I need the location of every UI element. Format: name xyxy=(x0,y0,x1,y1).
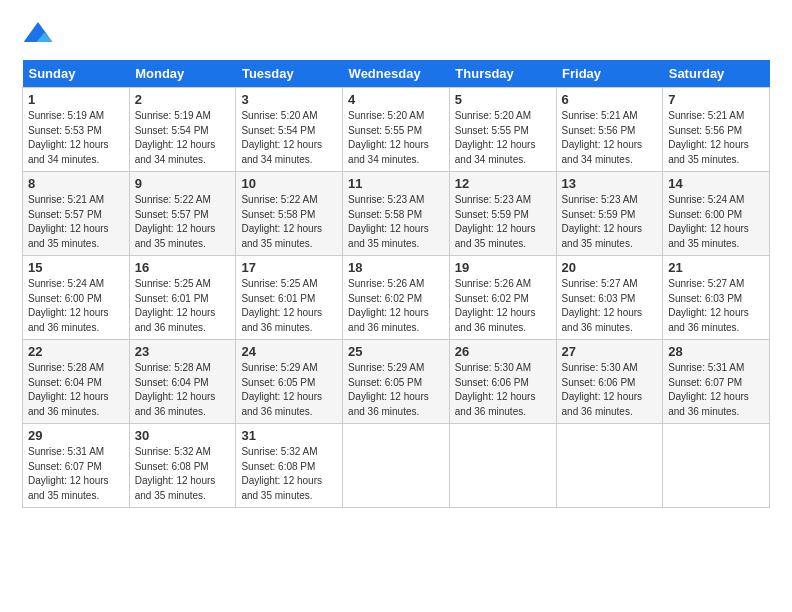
day-detail: Sunrise: 5:31 AM Sunset: 6:07 PM Dayligh… xyxy=(668,361,764,419)
header-cell-sunday: Sunday xyxy=(23,60,130,88)
day-detail: Sunrise: 5:20 AM Sunset: 5:54 PM Dayligh… xyxy=(241,109,337,167)
day-detail: Sunrise: 5:21 AM Sunset: 5:56 PM Dayligh… xyxy=(668,109,764,167)
day-detail: Sunrise: 5:32 AM Sunset: 6:08 PM Dayligh… xyxy=(135,445,231,503)
day-detail: Sunrise: 5:27 AM Sunset: 6:03 PM Dayligh… xyxy=(562,277,658,335)
calendar-cell xyxy=(556,424,663,508)
header-cell-friday: Friday xyxy=(556,60,663,88)
day-detail: Sunrise: 5:20 AM Sunset: 5:55 PM Dayligh… xyxy=(455,109,551,167)
logo xyxy=(22,18,56,50)
day-detail: Sunrise: 5:22 AM Sunset: 5:57 PM Dayligh… xyxy=(135,193,231,251)
calendar-cell: 5Sunrise: 5:20 AM Sunset: 5:55 PM Daylig… xyxy=(449,88,556,172)
day-number: 6 xyxy=(562,92,658,107)
header-cell-monday: Monday xyxy=(129,60,236,88)
calendar-cell: 23Sunrise: 5:28 AM Sunset: 6:04 PM Dayli… xyxy=(129,340,236,424)
day-number: 11 xyxy=(348,176,444,191)
header xyxy=(22,18,770,50)
day-number: 13 xyxy=(562,176,658,191)
day-number: 12 xyxy=(455,176,551,191)
calendar-cell: 21Sunrise: 5:27 AM Sunset: 6:03 PM Dayli… xyxy=(663,256,770,340)
day-detail: Sunrise: 5:25 AM Sunset: 6:01 PM Dayligh… xyxy=(241,277,337,335)
calendar-cell: 26Sunrise: 5:30 AM Sunset: 6:06 PM Dayli… xyxy=(449,340,556,424)
day-detail: Sunrise: 5:22 AM Sunset: 5:58 PM Dayligh… xyxy=(241,193,337,251)
header-cell-saturday: Saturday xyxy=(663,60,770,88)
day-detail: Sunrise: 5:20 AM Sunset: 5:55 PM Dayligh… xyxy=(348,109,444,167)
day-number: 24 xyxy=(241,344,337,359)
header-cell-wednesday: Wednesday xyxy=(343,60,450,88)
day-detail: Sunrise: 5:30 AM Sunset: 6:06 PM Dayligh… xyxy=(562,361,658,419)
day-number: 17 xyxy=(241,260,337,275)
day-number: 26 xyxy=(455,344,551,359)
calendar-cell: 9Sunrise: 5:22 AM Sunset: 5:57 PM Daylig… xyxy=(129,172,236,256)
day-detail: Sunrise: 5:21 AM Sunset: 5:56 PM Dayligh… xyxy=(562,109,658,167)
day-detail: Sunrise: 5:30 AM Sunset: 6:06 PM Dayligh… xyxy=(455,361,551,419)
week-row-5: 29Sunrise: 5:31 AM Sunset: 6:07 PM Dayli… xyxy=(23,424,770,508)
day-number: 18 xyxy=(348,260,444,275)
calendar-cell: 16Sunrise: 5:25 AM Sunset: 6:01 PM Dayli… xyxy=(129,256,236,340)
calendar-cell: 10Sunrise: 5:22 AM Sunset: 5:58 PM Dayli… xyxy=(236,172,343,256)
calendar-cell: 11Sunrise: 5:23 AM Sunset: 5:58 PM Dayli… xyxy=(343,172,450,256)
calendar-cell: 3Sunrise: 5:20 AM Sunset: 5:54 PM Daylig… xyxy=(236,88,343,172)
header-cell-thursday: Thursday xyxy=(449,60,556,88)
day-number: 14 xyxy=(668,176,764,191)
calendar-cell: 28Sunrise: 5:31 AM Sunset: 6:07 PM Dayli… xyxy=(663,340,770,424)
day-number: 22 xyxy=(28,344,124,359)
day-detail: Sunrise: 5:21 AM Sunset: 5:57 PM Dayligh… xyxy=(28,193,124,251)
calendar-cell: 1Sunrise: 5:19 AM Sunset: 5:53 PM Daylig… xyxy=(23,88,130,172)
calendar-cell: 8Sunrise: 5:21 AM Sunset: 5:57 PM Daylig… xyxy=(23,172,130,256)
day-detail: Sunrise: 5:28 AM Sunset: 6:04 PM Dayligh… xyxy=(135,361,231,419)
calendar-cell: 29Sunrise: 5:31 AM Sunset: 6:07 PM Dayli… xyxy=(23,424,130,508)
calendar-cell: 4Sunrise: 5:20 AM Sunset: 5:55 PM Daylig… xyxy=(343,88,450,172)
calendar-cell: 6Sunrise: 5:21 AM Sunset: 5:56 PM Daylig… xyxy=(556,88,663,172)
day-detail: Sunrise: 5:26 AM Sunset: 6:02 PM Dayligh… xyxy=(455,277,551,335)
day-detail: Sunrise: 5:27 AM Sunset: 6:03 PM Dayligh… xyxy=(668,277,764,335)
day-number: 23 xyxy=(135,344,231,359)
calendar-cell: 2Sunrise: 5:19 AM Sunset: 5:54 PM Daylig… xyxy=(129,88,236,172)
calendar-table: SundayMondayTuesdayWednesdayThursdayFrid… xyxy=(22,60,770,508)
day-number: 19 xyxy=(455,260,551,275)
day-number: 10 xyxy=(241,176,337,191)
day-number: 31 xyxy=(241,428,337,443)
day-number: 5 xyxy=(455,92,551,107)
calendar-cell: 13Sunrise: 5:23 AM Sunset: 5:59 PM Dayli… xyxy=(556,172,663,256)
day-detail: Sunrise: 5:23 AM Sunset: 5:59 PM Dayligh… xyxy=(455,193,551,251)
day-number: 3 xyxy=(241,92,337,107)
header-row: SundayMondayTuesdayWednesdayThursdayFrid… xyxy=(23,60,770,88)
day-detail: Sunrise: 5:25 AM Sunset: 6:01 PM Dayligh… xyxy=(135,277,231,335)
week-row-3: 15Sunrise: 5:24 AM Sunset: 6:00 PM Dayli… xyxy=(23,256,770,340)
header-cell-tuesday: Tuesday xyxy=(236,60,343,88)
day-number: 8 xyxy=(28,176,124,191)
day-number: 9 xyxy=(135,176,231,191)
day-number: 21 xyxy=(668,260,764,275)
day-number: 27 xyxy=(562,344,658,359)
day-number: 4 xyxy=(348,92,444,107)
calendar-cell: 22Sunrise: 5:28 AM Sunset: 6:04 PM Dayli… xyxy=(23,340,130,424)
calendar-cell xyxy=(449,424,556,508)
day-detail: Sunrise: 5:24 AM Sunset: 6:00 PM Dayligh… xyxy=(668,193,764,251)
calendar-cell xyxy=(663,424,770,508)
calendar-cell: 12Sunrise: 5:23 AM Sunset: 5:59 PM Dayli… xyxy=(449,172,556,256)
calendar-cell: 19Sunrise: 5:26 AM Sunset: 6:02 PM Dayli… xyxy=(449,256,556,340)
calendar-cell: 17Sunrise: 5:25 AM Sunset: 6:01 PM Dayli… xyxy=(236,256,343,340)
day-detail: Sunrise: 5:23 AM Sunset: 5:58 PM Dayligh… xyxy=(348,193,444,251)
week-row-2: 8Sunrise: 5:21 AM Sunset: 5:57 PM Daylig… xyxy=(23,172,770,256)
day-number: 16 xyxy=(135,260,231,275)
main-container: SundayMondayTuesdayWednesdayThursdayFrid… xyxy=(0,0,792,520)
calendar-cell: 15Sunrise: 5:24 AM Sunset: 6:00 PM Dayli… xyxy=(23,256,130,340)
day-number: 28 xyxy=(668,344,764,359)
day-detail: Sunrise: 5:29 AM Sunset: 6:05 PM Dayligh… xyxy=(241,361,337,419)
week-row-4: 22Sunrise: 5:28 AM Sunset: 6:04 PM Dayli… xyxy=(23,340,770,424)
calendar-cell: 31Sunrise: 5:32 AM Sunset: 6:08 PM Dayli… xyxy=(236,424,343,508)
calendar-cell: 25Sunrise: 5:29 AM Sunset: 6:05 PM Dayli… xyxy=(343,340,450,424)
calendar-cell: 18Sunrise: 5:26 AM Sunset: 6:02 PM Dayli… xyxy=(343,256,450,340)
day-detail: Sunrise: 5:19 AM Sunset: 5:54 PM Dayligh… xyxy=(135,109,231,167)
logo-icon xyxy=(22,18,54,50)
day-number: 1 xyxy=(28,92,124,107)
day-detail: Sunrise: 5:29 AM Sunset: 6:05 PM Dayligh… xyxy=(348,361,444,419)
calendar-cell: 20Sunrise: 5:27 AM Sunset: 6:03 PM Dayli… xyxy=(556,256,663,340)
calendar-cell: 7Sunrise: 5:21 AM Sunset: 5:56 PM Daylig… xyxy=(663,88,770,172)
calendar-cell xyxy=(343,424,450,508)
day-number: 15 xyxy=(28,260,124,275)
calendar-cell: 27Sunrise: 5:30 AM Sunset: 6:06 PM Dayli… xyxy=(556,340,663,424)
day-number: 30 xyxy=(135,428,231,443)
day-number: 7 xyxy=(668,92,764,107)
